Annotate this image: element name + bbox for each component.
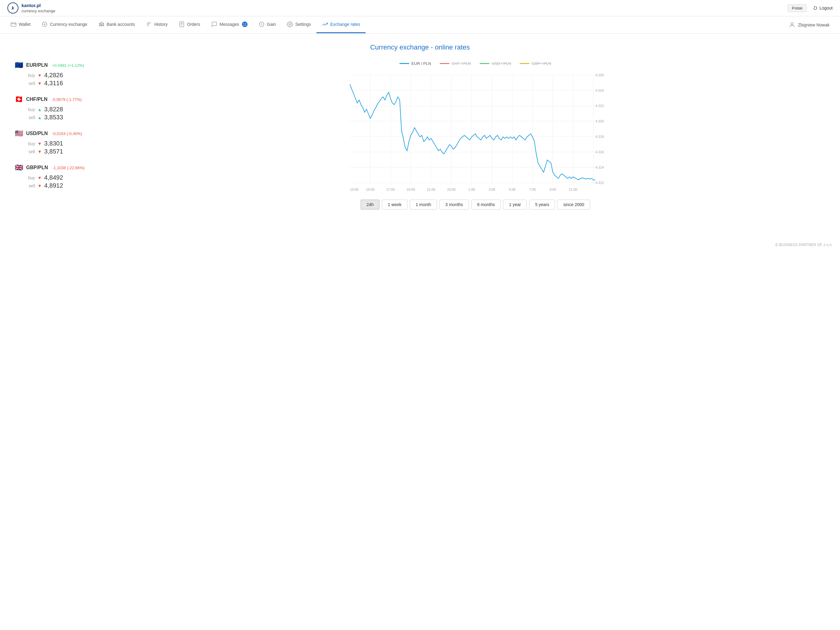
nav-item-wallet[interactable]: Wallet — [5, 16, 36, 33]
messages-icon — [211, 21, 217, 27]
time-btn-5years[interactable]: 5 years — [529, 199, 555, 209]
currency-header-chf: 🇨🇭 CHF/PLN -0,0679 (-1,77%) — [15, 95, 113, 103]
time-btn-1week[interactable]: 1 week — [382, 199, 407, 209]
time-btn-3months[interactable]: 3 months — [439, 199, 469, 209]
currency-header-eur: 🇪🇺 EUR/PLN +0,0481 (+1,12%) — [15, 61, 113, 69]
sell-arrow-eur: ▼ — [38, 81, 42, 86]
buy-label-gbp: buy — [27, 175, 35, 180]
svg-text:19:00: 19:00 — [406, 188, 415, 192]
buy-value-gbp: 4,8492 — [44, 174, 63, 181]
legend-item-chf[interactable]: CHF / PLN — [440, 61, 471, 66]
currency-rates-chf: buy ▲ 3,8228 sell ▲ 3,8533 — [15, 106, 113, 121]
svg-rect-5 — [103, 24, 104, 26]
currency-name-gbp: GBP/PLN — [26, 165, 48, 171]
currency-change-eur: +0,0481 (+1,12%) — [52, 63, 84, 68]
user-profile[interactable]: Zbigniew Nowak — [783, 17, 835, 33]
nav-item-bank-accounts[interactable]: Bank accounts — [93, 16, 141, 33]
logout-button[interactable]: Logout — [812, 5, 833, 11]
legend-item-eur[interactable]: EUR / PLN — [399, 61, 431, 66]
currency-header-gbp: 🇬🇧 GBP/PLN -1,1038 (-22,66%) — [15, 164, 113, 172]
buy-row-usd: buy ▼ 3,8301 — [27, 140, 113, 147]
sell-value-gbp: 4,8912 — [44, 182, 63, 189]
svg-text:17:00: 17:00 — [386, 188, 395, 192]
legend-line-eur — [399, 63, 409, 64]
currency-change-usd: -0,0154 (-0,40%) — [52, 131, 82, 136]
content-area: 🇪🇺 EUR/PLN +0,0481 (+1,12%) buy ▼ 4,2826… — [15, 61, 825, 209]
buy-value-chf: 3,8228 — [44, 106, 63, 113]
topbar: k kantor.pl currency exchange Polski Log… — [0, 0, 840, 16]
svg-rect-7 — [180, 22, 184, 27]
svg-text:3:00: 3:00 — [489, 188, 495, 192]
time-btn-1year[interactable]: 1 year — [503, 199, 527, 209]
time-btn-24h[interactable]: 24h — [361, 199, 379, 209]
nav-item-gain[interactable]: Gain — [253, 16, 282, 33]
gain-icon — [259, 21, 265, 27]
legend-item-usd[interactable]: USD / PLN — [480, 61, 511, 66]
buy-arrow-gbp: ▼ — [38, 175, 42, 180]
nav-item-messages[interactable]: Messages 12 — [206, 16, 253, 33]
sell-label-chf: sell — [27, 115, 35, 120]
buy-row-chf: buy ▲ 3,8228 — [27, 106, 113, 113]
currency-list: 🇪🇺 EUR/PLN +0,0481 (+1,12%) buy ▼ 4,2826… — [15, 61, 113, 209]
svg-text:1:00: 1:00 — [468, 188, 475, 192]
sell-label-eur: sell — [27, 81, 35, 86]
buy-value-usd: 3,8301 — [44, 140, 63, 147]
bank-icon — [98, 21, 104, 27]
footer: E-BUSINESS PARTNER SP. z o.o. — [0, 238, 840, 252]
legend-line-gbp — [519, 63, 529, 64]
sell-value-chf: 3,8533 — [44, 114, 63, 121]
sell-row-usd: sell ▼ 3,8571 — [27, 148, 113, 155]
nav-item-currency-exchange[interactable]: Currency exchange — [36, 16, 93, 33]
svg-text:21:00: 21:00 — [427, 188, 435, 192]
nav-item-settings[interactable]: Settings — [281, 16, 316, 33]
currency-header-usd: 🇺🇸 USD/PLN -0,0154 (-0,40%) — [15, 130, 113, 138]
exchange-rates-icon — [322, 21, 328, 27]
nav-item-orders[interactable]: Orders — [173, 16, 206, 33]
currency-rates-usd: buy ▼ 3,8301 sell ▼ 3,8571 — [15, 140, 113, 155]
buy-value-eur: 4,2826 — [44, 72, 63, 79]
orders-icon — [178, 21, 185, 27]
buy-row-eur: buy ▼ 4,2826 — [27, 72, 113, 79]
buy-arrow-eur: ▼ — [38, 73, 42, 78]
settings-icon — [287, 21, 293, 27]
currency-item-usd: 🇺🇸 USD/PLN -0,0154 (-0,40%) buy ▼ 3,8301… — [15, 130, 113, 155]
nav-item-history[interactable]: History — [141, 16, 174, 33]
svg-rect-3 — [99, 24, 100, 26]
svg-text:5:00: 5:00 — [509, 188, 515, 192]
currency-name-usd: USD/PLN — [26, 131, 47, 136]
time-btn-since2000[interactable]: since 2000 — [557, 199, 590, 209]
time-btn-6months[interactable]: 6 months — [471, 199, 501, 209]
flag-eu: 🇪🇺 — [15, 61, 23, 69]
legend-label-eur: EUR / PLN — [411, 61, 431, 66]
svg-rect-4 — [101, 24, 102, 26]
language-button[interactable]: Polski — [788, 4, 807, 12]
logo-text: kantor.pl currency exchange — [22, 2, 55, 14]
svg-point-10 — [791, 23, 793, 25]
user-icon — [789, 22, 796, 28]
legend-item-gbp[interactable]: GBP / PLN — [519, 61, 551, 66]
currency-item-gbp: 🇬🇧 GBP/PLN -1,1038 (-22,66%) buy ▼ 4,849… — [15, 164, 113, 189]
nav-item-exchange-rates[interactable]: Exchange rates — [316, 16, 366, 33]
sell-arrow-chf: ▲ — [38, 115, 42, 120]
currency-rates-gbp: buy ▼ 4,8492 sell ▼ 4,8912 — [15, 174, 113, 189]
buy-label-usd: buy — [27, 141, 35, 146]
sell-arrow-usd: ▼ — [38, 149, 42, 154]
navigation: Wallet Currency exchange Bank accounts H… — [0, 16, 840, 33]
power-icon — [812, 5, 818, 11]
sell-label-gbp: sell — [27, 184, 35, 188]
currency-item-eur: 🇪🇺 EUR/PLN +0,0481 (+1,12%) buy ▼ 4,2826… — [15, 61, 113, 87]
currency-name-eur: EUR/PLN — [26, 62, 47, 68]
history-icon — [146, 21, 152, 27]
time-btn-1month[interactable]: 1 month — [410, 199, 437, 209]
flag-us: 🇺🇸 — [15, 130, 23, 138]
legend-label-chf: CHF / PLN — [452, 61, 471, 66]
currency-change-gbp: -1,1038 (-22,66%) — [52, 166, 85, 170]
svg-point-9 — [289, 24, 291, 25]
chart-legend: EUR / PLN CHF / PLN USD / PLN GBP / PLN — [125, 61, 825, 66]
sell-value-eur: 4,3116 — [44, 80, 63, 87]
topbar-right: Polski Logout — [788, 4, 833, 12]
currency-item-chf: 🇨🇭 CHF/PLN -0,0679 (-1,77%) buy ▲ 3,8228… — [15, 95, 113, 121]
svg-text:9:00: 9:00 — [549, 188, 556, 192]
sell-row-eur: sell ▼ 4,3116 — [27, 80, 113, 87]
legend-label-gbp: GBP / PLN — [532, 61, 551, 66]
